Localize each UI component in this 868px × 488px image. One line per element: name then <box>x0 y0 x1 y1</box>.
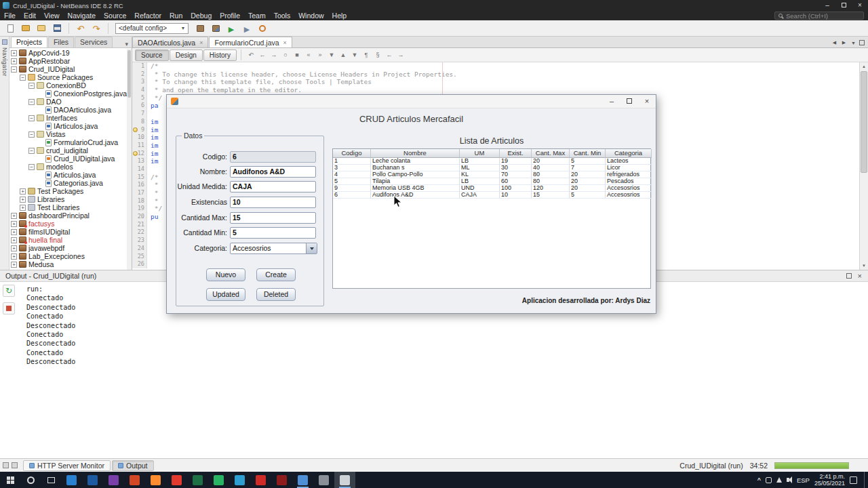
taskbar-app-8[interactable] <box>229 472 250 488</box>
collapse-handle-icon[interactable]: − <box>28 83 35 89</box>
column-header-cant-min[interactable]: Cant. Min <box>570 149 606 158</box>
menu-view[interactable]: View <box>40 12 64 20</box>
expand-handle-icon[interactable]: + <box>11 221 17 227</box>
debug-button[interactable] <box>239 22 254 35</box>
tab-close-icon[interactable]: × <box>199 39 203 46</box>
minimize-button[interactable]: – <box>819 0 835 11</box>
expand-handle-icon[interactable]: + <box>11 237 17 243</box>
speaker-icon[interactable] <box>787 478 789 482</box>
expand-handle-icon[interactable]: + <box>11 213 17 219</box>
tree-item-daoarticulos-java[interactable]: DAOArticulos.java <box>9 106 127 114</box>
menu-file[interactable]: File <box>0 12 20 20</box>
tree-item-libraries[interactable]: +Libraries <box>9 195 127 203</box>
column-header-categoria[interactable]: Categoria <box>606 149 652 158</box>
dialog-maximize-button[interactable] <box>620 95 638 108</box>
editor-tab-daoarticulos-java[interactable]: DAOArticulos.java× <box>132 37 208 47</box>
tree-item-interfaces[interactable]: −Interfaces <box>9 114 127 122</box>
combo-arrow-button[interactable] <box>306 243 317 253</box>
tree-item-vistas[interactable]: −Vistas <box>9 130 127 138</box>
expand-handle-icon[interactable]: + <box>11 50 17 56</box>
table-row-4[interactable]: 9Memoria USB 4GBUND10012020Accesosrios <box>333 185 650 192</box>
tree-item-appcovid-19[interactable]: +AppCovid-19 <box>9 49 127 57</box>
collapse-handle-icon[interactable]: − <box>28 148 35 154</box>
table-row-0[interactable]: 1Leche colantaLB19205Lacteos <box>333 158 650 165</box>
taskbar-app-10[interactable] <box>271 472 292 488</box>
indent-left-icon[interactable]: ← <box>384 49 395 60</box>
menu-edit[interactable]: Edit <box>20 12 40 20</box>
project-tree[interactable]: +AppCovid-19+AppRestobar−Crud_IUDigital−… <box>9 49 127 268</box>
expand-handle-icon[interactable]: + <box>20 205 26 211</box>
dialog-minimize-button[interactable]: – <box>603 95 620 108</box>
deleted-button[interactable]: Deleted <box>256 288 296 301</box>
expand-handle-icon[interactable]: + <box>11 229 17 235</box>
window-layout-icon-2[interactable] <box>12 462 18 468</box>
tree-item-articulos-java[interactable]: Articulos.java <box>9 171 127 179</box>
taskbar-search-button[interactable] <box>20 472 41 488</box>
scrollbar-thumb[interactable] <box>861 71 867 173</box>
close-button[interactable]: × <box>852 0 868 11</box>
scrollbar-thumb[interactable] <box>127 50 131 98</box>
panel-tab-files[interactable]: Files <box>48 37 74 47</box>
menu-team[interactable]: Team <box>244 12 270 20</box>
clock[interactable]: 2:41 p.m. 25/05/2021 <box>814 473 845 487</box>
dialog-close-button[interactable]: × <box>638 95 656 108</box>
close-output-icon[interactable]: × <box>858 272 862 280</box>
progress-bar[interactable] <box>774 462 849 469</box>
forward-icon[interactable]: → <box>269 49 279 60</box>
maximize-output-icon[interactable] <box>846 273 852 279</box>
tray-app-icon[interactable] <box>766 477 772 483</box>
expand-handle-icon[interactable]: + <box>20 197 26 203</box>
menu-debug[interactable]: Debug <box>186 12 216 20</box>
clean-build-button[interactable] <box>208 22 223 35</box>
scroll-tabs-left-icon[interactable]: ◀ <box>831 40 838 45</box>
config-combobox[interactable]: <default config> ▼ <box>115 23 189 34</box>
field-input-nombre[interactable]: Audifonos A&D <box>230 166 316 178</box>
editor-scrollbar[interactable]: ▲ ▼ <box>859 62 868 270</box>
tree-item-iarticulos-java[interactable]: IArticulos.java <box>9 122 127 130</box>
network-icon[interactable] <box>776 477 782 483</box>
column-header-nombre[interactable]: Nombre <box>371 149 460 158</box>
tray-expand-icon[interactable]: ^ <box>757 476 761 483</box>
new-project-button[interactable] <box>18 22 33 35</box>
menu-source[interactable]: Source <box>100 12 130 20</box>
field-input-unidad-medida[interactable]: CAJA <box>230 181 316 192</box>
field-input-cantidad-max[interactable]: 15 <box>230 212 316 224</box>
panel-tab-projects[interactable]: Projects <box>11 37 47 47</box>
view-design-button[interactable]: Design <box>170 49 203 61</box>
taskbar-app-13[interactable] <box>334 472 355 488</box>
taskbar-app-12[interactable] <box>313 472 334 488</box>
scroll-down-icon[interactable]: ▼ <box>860 262 868 270</box>
view-source-button[interactable]: Source <box>135 49 169 61</box>
taskbar-app-6[interactable] <box>187 472 208 488</box>
quick-search[interactable]: Search (Ctrl+I) <box>774 12 864 20</box>
taskbar-app-9[interactable] <box>250 472 271 488</box>
tree-item-filmsiudigital[interactable]: +filmsIUDigital <box>9 228 127 236</box>
tree-item-javawebpdf[interactable]: +javawebpdf <box>9 244 127 252</box>
next-bookmark-icon[interactable]: » <box>315 49 326 60</box>
tree-item-formulariocrud-java[interactable]: FormularioCrud.java <box>9 138 127 146</box>
menu-navigate[interactable]: Navigate <box>64 12 100 20</box>
navigator-rail[interactable]: Navigator <box>0 37 9 270</box>
stop-icon[interactable] <box>3 302 15 314</box>
tab-list-icon[interactable]: ▼ <box>850 41 857 45</box>
menu-window[interactable]: Window <box>294 12 328 20</box>
menu-refactor[interactable]: Refactor <box>130 12 165 20</box>
tree-item-source-packages[interactable]: −Source Packages <box>9 73 127 81</box>
column-header-cant-max[interactable]: Cant. Max <box>532 149 570 158</box>
next-error-icon[interactable]: ▼ <box>349 49 360 60</box>
scroll-tabs-right-icon[interactable]: ▶ <box>840 40 848 45</box>
tree-item-crud-iudigital[interactable]: −Crud_IUDigital <box>9 65 127 73</box>
taskbar-app-11[interactable] <box>292 472 313 488</box>
expand-handle-icon[interactable]: + <box>20 188 26 195</box>
prev-error-icon[interactable]: ▲ <box>338 49 349 60</box>
scroll-up-icon[interactable]: ▲ <box>860 62 868 70</box>
tree-item-crud-iudigital[interactable]: −crud_iudigital <box>9 146 127 155</box>
collapse-handle-icon[interactable]: − <box>11 66 17 73</box>
table-row-3[interactable]: 5TilapiaLB608020Pescados <box>333 178 650 185</box>
view-history-button[interactable]: History <box>203 49 237 61</box>
expand-handle-icon[interactable]: + <box>11 253 17 260</box>
save-all-button[interactable] <box>50 22 64 35</box>
dialog-titlebar[interactable]: – × <box>167 95 656 108</box>
field-input-existencias[interactable]: 10 <box>230 197 316 208</box>
categoria-combobox[interactable]: Accesosrios <box>230 243 317 254</box>
